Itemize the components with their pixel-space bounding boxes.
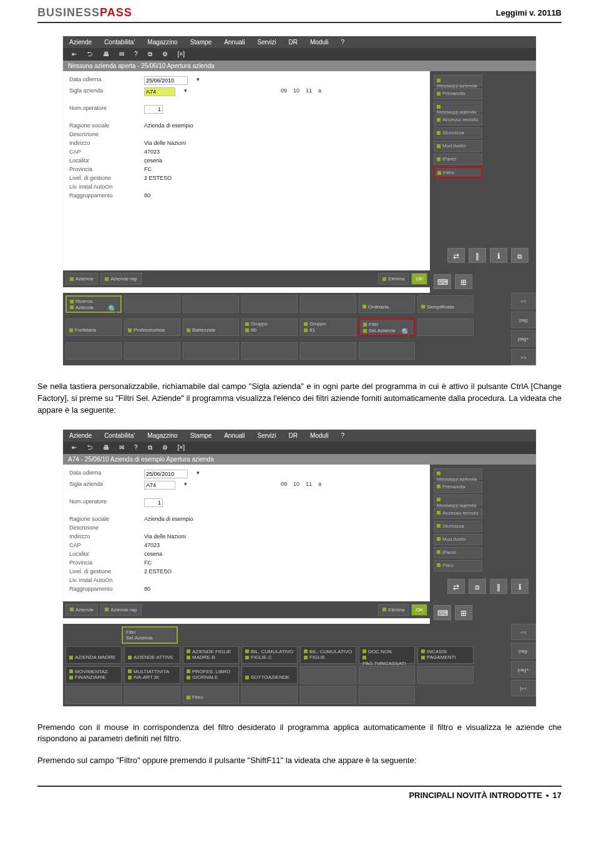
swap-icon[interactable]: ⇄ (447, 579, 465, 594)
menu-item[interactable]: Aziende (69, 39, 92, 46)
menu-item[interactable]: Contabilita' (104, 39, 135, 46)
menu-item[interactable]: Stampe (190, 39, 212, 46)
toolbar-icon[interactable]: ⇤ (69, 444, 79, 451)
side-mod-livello[interactable]: Mod.livello (434, 534, 482, 545)
keypad-button[interactable]: MOVIMENTAZ.FINANZIARIE (66, 666, 122, 684)
side-messaggi-agenda[interactable]: Messaggi.agenda (434, 495, 482, 506)
menu-item[interactable]: Servizi (258, 432, 276, 439)
info-icon[interactable]: ℹ (490, 248, 507, 263)
side-ipanel[interactable]: iPanel (434, 154, 482, 165)
toolbar-icon[interactable]: 🖶 (100, 51, 112, 58)
keypad-button[interactable]: Professionista (124, 318, 180, 336)
swap-icon[interactable]: ⇄ (447, 248, 465, 263)
keypad-button[interactable]: Forfetaria (66, 318, 122, 336)
input-sigla[interactable] (144, 481, 175, 490)
nav-button[interactable]: pag (511, 312, 536, 328)
menu-item[interactable]: Annuali (224, 39, 245, 46)
toolbar-icon[interactable]: ⧉ (145, 444, 155, 451)
keypad-button[interactable] (417, 318, 474, 336)
nav-button[interactable]: << (511, 624, 536, 640)
side-accesso-remoto[interactable]: Accesso remoto (434, 114, 482, 126)
keypad-button[interactable] (183, 295, 239, 313)
menu-item[interactable]: Contabilita' (104, 432, 135, 439)
toolbar-icon[interactable]: ⇤ (69, 51, 79, 58)
keypad-button[interactable] (300, 295, 356, 313)
menu-item[interactable]: ? (341, 432, 344, 439)
window-icon[interactable]: ⧈ (469, 579, 486, 594)
keypad-filtri-sel-azienda[interactable]: FiltriSel.Azienda (122, 626, 178, 644)
keypad-button[interactable]: SOTTOAZIENDE (241, 666, 298, 684)
nav-button[interactable]: pag+ (511, 661, 536, 678)
btn-elimina[interactable]: Elimina (378, 273, 409, 285)
keypad-button[interactable]: AZIENDA MADRE (66, 646, 122, 664)
side-storicizza[interactable]: Storicizza (434, 521, 482, 532)
toolbar-icon[interactable]: ⮌ (84, 444, 95, 451)
toolbar-icon[interactable]: ⚙ (160, 51, 170, 58)
input-num-op[interactable] (144, 498, 163, 507)
menu-item[interactable]: Aziende (69, 432, 92, 439)
keypad-button[interactable]: Battezzate (183, 318, 239, 336)
side-filtro[interactable]: Filtro (434, 167, 482, 178)
keypad-button[interactable]: BIL. CUMULATIVOFIGLIE (300, 646, 356, 664)
side-storicizza[interactable]: Storicizza (434, 127, 482, 139)
keypad-button[interactable]: FiltriSel.Aziende 🔍 (359, 318, 415, 336)
side-messaggi-azienda[interactable]: Messaggi.azienda (434, 468, 482, 480)
toolbar-icon[interactable]: ⮌ (84, 51, 95, 58)
keypad-button[interactable] (66, 686, 122, 704)
toolbar-icon[interactable]: [×] (175, 444, 187, 451)
keypad-button[interactable] (359, 686, 415, 704)
grid-icon[interactable]: ⊞ (455, 274, 472, 289)
side-messaggi-agenda[interactable]: Messaggi.agenda (434, 101, 482, 112)
menu-item[interactable]: DR (289, 432, 298, 439)
toolbar-icon[interactable]: ? (132, 444, 140, 451)
keyboard-icon[interactable]: ⌨ (434, 274, 451, 289)
keypad-button[interactable]: Semplificata (417, 295, 474, 313)
menu-item[interactable]: Stampe (190, 432, 212, 439)
nav-button[interactable]: pag+ (511, 330, 536, 347)
keypad-button[interactable]: INCASSIPAGAMENTI (417, 646, 474, 664)
keypad-button[interactable]: BIL. CUMULATIVOFIGLIE-C (241, 646, 298, 664)
menu-item[interactable]: ? (341, 39, 344, 46)
nav-button[interactable]: << (511, 293, 536, 309)
keypad-button[interactable] (66, 342, 122, 360)
side-mod-livello[interactable]: Mod.livello (434, 141, 482, 152)
keypad-button[interactable]: DOC.NONPAG.TI/INCASSATI (359, 646, 415, 664)
keypad-button[interactable]: AZIENDE FIGLIEMADRE-B (183, 646, 239, 664)
menu-item[interactable]: Moduli (310, 432, 328, 439)
nav-button[interactable]: |<< (511, 680, 536, 696)
btn-aziende[interactable]: Aziende (66, 273, 98, 285)
keypad-button[interactable]: MULTIATTIVITAIVA-ART.36 (124, 666, 180, 684)
keypad-button[interactable] (417, 666, 474, 684)
grid-icon[interactable]: ⊞ (455, 605, 472, 620)
menu-item[interactable]: Annuali (224, 432, 245, 439)
nav-button[interactable]: >> (511, 349, 536, 365)
btn-aziende[interactable]: Aziende (66, 604, 98, 616)
pause-icon[interactable]: ‖ (490, 579, 507, 594)
window-icon[interactable]: ⧈ (511, 248, 528, 263)
menu-item[interactable]: Moduli (310, 39, 328, 46)
input-data-odierna[interactable] (144, 76, 188, 85)
keypad-button[interactable] (300, 666, 356, 684)
side-primanota[interactable]: Primanota (434, 481, 482, 493)
keypad-button[interactable]: Gruppo80 (241, 318, 298, 336)
side-accesso-remoto[interactable]: Accesso remoto (434, 508, 482, 519)
toolbar-icon[interactable]: ✉ (117, 51, 127, 58)
keypad-button[interactable]: AZIENDE ATTIVE (124, 646, 180, 664)
keypad-button[interactable] (241, 295, 298, 313)
keypad-button[interactable] (241, 342, 298, 360)
keypad-button[interactable] (124, 686, 180, 704)
btn-aziende-rap[interactable]: Aziende rap (100, 273, 142, 285)
input-data-odierna[interactable] (144, 470, 188, 478)
keypad-button[interactable]: RicercaAziende 🔍 (66, 295, 122, 313)
input-num-op[interactable] (144, 105, 163, 114)
keyboard-icon[interactable]: ⌨ (434, 605, 451, 620)
toolbar-icon[interactable]: ⚙ (160, 444, 170, 451)
toolbar-icon[interactable]: [×] (175, 51, 187, 58)
btn-aziende-rap[interactable]: Aziende rap (100, 604, 142, 616)
toolbar-icon[interactable]: ? (132, 51, 140, 58)
side-filtro[interactable]: Filtro (434, 560, 482, 571)
keypad-button[interactable]: Gruppo81 (300, 318, 356, 336)
btn-ok[interactable]: OK (411, 273, 427, 285)
keypad-button[interactable] (300, 686, 356, 704)
input-sigla[interactable] (144, 87, 175, 96)
